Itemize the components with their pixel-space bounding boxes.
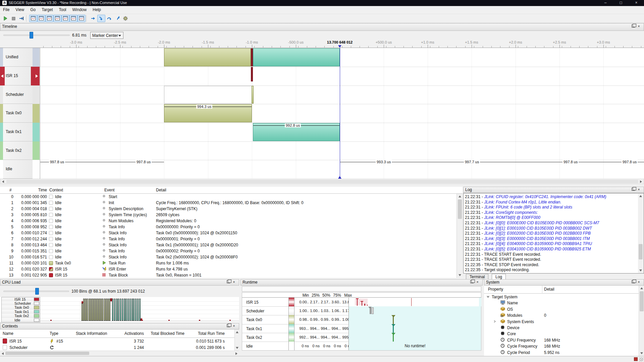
- cpu-legend-idle[interactable]: Idle: [1, 318, 40, 323]
- runtime-row-scheduler[interactable]: Scheduler1.00..1.00..1.03..1.06..1.17..: [242, 306, 481, 315]
- event-row-0[interactable]: 00.000 000 000IdleStart: [0, 194, 456, 200]
- toggle-contexts-panel-button[interactable]: [53, 15, 61, 22]
- timeline-row-label-task-0x1[interactable]: Task 0x1: [0, 123, 40, 141]
- toggle-cpu-load-panel-button[interactable]: [45, 15, 53, 22]
- events-col-time[interactable]: Time: [15, 188, 47, 192]
- event-row-9[interactable]: 90.000 015 351IdleTask Info0x00000002: P…: [0, 248, 456, 254]
- marker-mode-dropdown[interactable]: Marker Center: [90, 32, 123, 39]
- event-row-3[interactable]: 30.000 005 810IdleSystem Time (cycles)26…: [0, 212, 456, 218]
- timeline-row-label-scheduler[interactable]: Scheduler: [0, 85, 40, 104]
- scroll-left-icon[interactable]: [2, 180, 4, 183]
- events-col-num[interactable]: #: [9, 188, 12, 192]
- system-col-detail[interactable]: Detail: [544, 287, 554, 292]
- tab-log[interactable]: Log: [492, 274, 506, 280]
- toggle-terminal-panel-button[interactable]: [69, 15, 77, 22]
- timeline-plot[interactable]: UnifiedISR 15SchedulerTask 0x0Task 0x1Ta…: [0, 48, 644, 179]
- events-vertical-scrollbar[interactable]: [457, 194, 463, 278]
- toggle-system-panel-button[interactable]: [77, 15, 86, 22]
- contexts-col-runtime[interactable]: Total Run Time: [184, 331, 225, 336]
- menu-tool[interactable]: Tool: [56, 6, 69, 14]
- event-row-4[interactable]: 40.000 006 935IdleNum ModulesRegistered …: [0, 218, 456, 224]
- system-col-property[interactable]: Property: [488, 287, 503, 292]
- go-into-button[interactable]: [97, 15, 105, 22]
- event-row-13[interactable]: 130.001 022 905ISR 15Task BlockTask 0x0,…: [0, 272, 456, 278]
- contexts-col-blocked[interactable]: Total Blocked Time: [146, 331, 184, 336]
- maximize-button[interactable]: □: [613, 0, 629, 6]
- chevron-down-icon[interactable]: [486, 295, 490, 298]
- menu-view[interactable]: View: [12, 6, 27, 14]
- menu-file[interactable]: File: [0, 6, 12, 14]
- column-divider[interactable]: [542, 286, 542, 294]
- event-row-7[interactable]: 70.000 012 244IdleTask Info0x00000001: P…: [0, 236, 456, 242]
- timeline-ruler[interactable]: -3.0 ms-2.5 ms-2.0 ms-1.5 ms-1.0 ms-500.…: [0, 40, 644, 48]
- contexts-float-icon[interactable]: [227, 324, 230, 327]
- tab-terminal[interactable]: Terminal: [466, 274, 488, 280]
- timeline-float-icon[interactable]: [632, 24, 635, 27]
- scroll-down-icon[interactable]: [639, 269, 642, 272]
- events-col-context[interactable]: Context: [49, 188, 63, 192]
- resize-grip-icon[interactable]: [639, 357, 643, 361]
- events-col-event[interactable]: Event: [104, 188, 115, 192]
- read-recorded-data-button[interactable]: [17, 15, 25, 22]
- scroll-down-icon[interactable]: [640, 352, 643, 354]
- runtime-row-task-0x1[interactable]: Task 0x1993...994...994...994...995...: [242, 324, 481, 333]
- contexts-col-type[interactable]: Type: [50, 331, 58, 336]
- prev-event-arrow-icon[interactable]: [1, 74, 3, 78]
- event-row-8[interactable]: 80.000 013 464IdleStack InfoTask 0x1 (0x…: [0, 242, 456, 248]
- runtime-row-isr-15[interactable]: ISR 150.00..2.17..2.17..3.60..13.8..: [242, 298, 481, 306]
- contexts-scroll-thumb[interactable]: [5, 352, 89, 355]
- cpu-load-chart[interactable]: ISR 15SchedulerTask 0x0Task 0x1Task 0x2I…: [0, 297, 239, 322]
- cpu-load-close-icon[interactable]: ×: [232, 280, 236, 284]
- system-row-system-events[interactable]: System Events: [484, 318, 639, 324]
- scroll-right-icon[interactable]: [640, 180, 642, 183]
- event-row-11[interactable]: 110.000 020 101Task 0x0Task RunRuns for …: [0, 260, 456, 266]
- system-float-icon[interactable]: [632, 280, 635, 283]
- scroll-down-icon[interactable]: [236, 347, 238, 349]
- toggle-runtime-panel-button[interactable]: [61, 15, 69, 22]
- context-row-isr-15[interactable]: ISR 15#153 7320.010 511 673 s: [0, 338, 234, 344]
- contexts-col-activations[interactable]: Activations: [104, 331, 144, 336]
- timeline-row-label-task-0x0[interactable]: Task 0x0: [0, 104, 40, 123]
- stop-recording-button[interactable]: [9, 15, 17, 22]
- start-recording-button[interactable]: [1, 15, 9, 22]
- cpu-legend-scheduler[interactable]: Scheduler: [1, 301, 40, 306]
- recorder-configuration-button[interactable]: [121, 15, 129, 22]
- system-row-device[interactable]: Device: [484, 324, 639, 330]
- log-scroll-thumb[interactable]: [639, 244, 643, 259]
- context-row-scheduler[interactable]: Scheduler1 2440.001 289 006 s: [0, 344, 234, 351]
- timeline-row-label-isr-15[interactable]: ISR 15: [0, 67, 40, 85]
- cpu-legend-isr-15[interactable]: ISR 15: [1, 297, 40, 302]
- system-row-cycle-period[interactable]: Cycle Period5.952 ns: [484, 349, 639, 355]
- minimize-button[interactable]: –: [598, 0, 613, 6]
- contexts-horizontal-scrollbar[interactable]: [0, 351, 239, 356]
- scroll-up-icon[interactable]: [236, 331, 238, 333]
- log-vertical-scrollbar[interactable]: [638, 194, 643, 273]
- timeline-row-label-task-0x2[interactable]: Task 0x2: [0, 141, 40, 160]
- scroll-down-icon[interactable]: [459, 274, 461, 276]
- contexts-vertical-scrollbar[interactable]: [234, 329, 239, 351]
- scroll-right-icon[interactable]: [235, 352, 237, 355]
- runtime-filter-box[interactable]: [242, 286, 481, 292]
- menu-window[interactable]: Window: [69, 6, 90, 14]
- timeline-marker-icon[interactable]: [338, 45, 341, 48]
- events-scroll-thumb[interactable]: [458, 199, 462, 219]
- scroll-up-icon[interactable]: [639, 195, 642, 197]
- event-row-1[interactable]: 10.000 001 345IdleInitCycle Freq.: 16800…: [0, 200, 456, 206]
- contexts-close-icon[interactable]: ×: [232, 324, 236, 328]
- toggle-timeline-panel-button[interactable]: [29, 15, 37, 22]
- go-over-button[interactable]: [105, 15, 113, 22]
- system-row-modules[interactable]: Modules0: [484, 312, 639, 318]
- cpu-load-bins-slider-thumb[interactable]: [35, 288, 39, 295]
- event-row-6[interactable]: 60.000 010 274IdleStack InfoTask 0x0 (0x…: [0, 230, 456, 236]
- timeline-zoom-slider[interactable]: [3, 35, 70, 36]
- event-row-5[interactable]: 50.000 008 952IdleTask Info0x00000000: P…: [0, 224, 456, 230]
- runtime-row-task-0x0[interactable]: Task 0x00.98..0.99..0.99..0.99..1.00..: [242, 315, 481, 324]
- log-content[interactable]: 21:22:31 - JLink: CPUID register: 0x410F…: [463, 193, 644, 274]
- log-close-icon[interactable]: ×: [637, 188, 641, 192]
- event-row-10[interactable]: 100.000 016 571IdleStack InfoTask 0x2 (0…: [0, 254, 456, 260]
- go-to-event-button[interactable]: [89, 15, 97, 22]
- system-row-cycle-frequency[interactable]: Cycle Frequency168 MHz: [484, 343, 639, 349]
- close-button[interactable]: ×: [629, 0, 644, 6]
- timeline-scroll-thumb[interactable]: [6, 180, 638, 183]
- log-float-icon[interactable]: [632, 188, 635, 191]
